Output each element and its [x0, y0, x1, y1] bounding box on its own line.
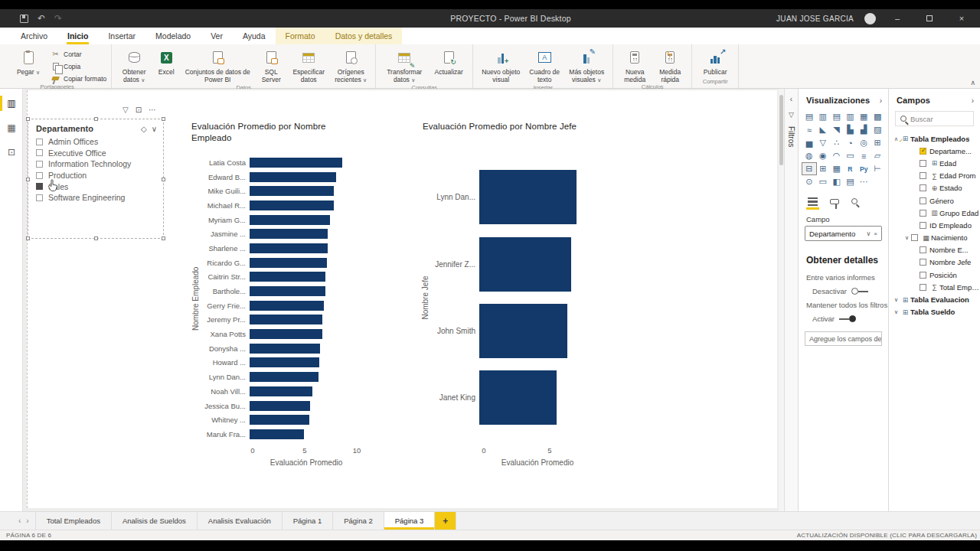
bar[interactable] — [479, 170, 577, 224]
field-item-edad-prom[interactable]: ∑Edad Prom — [892, 170, 980, 182]
qa-visual-icon[interactable]: ▭ — [816, 176, 830, 187]
page-tab-página-3[interactable]: Página 3 — [384, 512, 436, 530]
bar[interactable] — [250, 415, 309, 425]
remove-field-icon[interactable]: × — [874, 230, 877, 237]
page-tab-página-1[interactable]: Página 1 — [283, 512, 334, 530]
minimize-button[interactable]: – — [887, 14, 908, 23]
field-item-total-emple-[interactable]: ∑Total Emple... — [892, 281, 980, 293]
funnel-chart-icon[interactable]: ▽ — [816, 137, 830, 148]
field-checkbox[interactable] — [920, 148, 926, 155]
copiar-formato-button[interactable]: Copiar formato — [51, 73, 106, 83]
toggle-off-icon[interactable] — [851, 288, 868, 295]
save-icon[interactable] — [20, 15, 28, 23]
waterfall-chart-icon[interactable]: ▅ — [802, 137, 816, 148]
canvas-scrollbar[interactable] — [779, 89, 784, 511]
checkbox[interactable] — [36, 161, 43, 168]
bar[interactable] — [250, 344, 320, 354]
slicer-icon[interactable]: ⊟ — [802, 163, 816, 174]
ribbon-tab-formato[interactable]: Formato — [276, 28, 325, 44]
area-chart-icon[interactable]: ◣ — [816, 124, 830, 135]
python-visual-icon[interactable]: Py — [857, 163, 871, 174]
bar[interactable] — [479, 370, 557, 425]
bar[interactable] — [250, 243, 328, 253]
publicar-button[interactable]: ↗Publicar — [697, 47, 733, 76]
bar[interactable] — [250, 286, 325, 296]
field-checkbox[interactable] — [911, 234, 918, 241]
ribbon-tab-modelado[interactable]: Modelado — [145, 28, 201, 44]
conjuntos-de-datos-de-power-bi-button[interactable]: Conjuntos de datos de Power BI — [181, 47, 254, 83]
resize-handle[interactable] — [162, 178, 165, 181]
field-item-posici-n[interactable]: Posición — [892, 269, 980, 281]
field-checkbox[interactable] — [920, 259, 926, 266]
100-stacked-column-chart-icon[interactable]: ▩ — [871, 111, 884, 122]
bar[interactable] — [250, 301, 324, 311]
100-stacked-bar-chart-icon[interactable]: ▦ — [857, 111, 871, 122]
excel-button[interactable]: XExcel — [153, 47, 179, 76]
bar[interactable] — [250, 201, 334, 210]
data-view-button[interactable]: ▦ — [0, 118, 23, 138]
transformar-datos-button[interactable]: Transformar datos ∨ — [381, 47, 428, 84]
bar[interactable] — [250, 215, 330, 225]
undo-icon[interactable]: ↶ — [38, 13, 45, 24]
bar[interactable] — [250, 386, 312, 396]
close-button[interactable]: × — [951, 14, 972, 23]
clustered-bar-chart-icon[interactable]: ▤ — [830, 111, 844, 122]
chevron-icon[interactable]: ∨ — [892, 296, 900, 303]
bar[interactable] — [250, 372, 318, 382]
field-table-tabla-evaluacion[interactable]: ∨⊞Tabla Evaluacion — [892, 293, 980, 305]
ribbon-chart-icon[interactable]: ▨ — [871, 124, 884, 135]
field-checkbox[interactable] — [920, 284, 926, 291]
bar[interactable] — [250, 229, 328, 239]
page-tab-total-empleados[interactable]: Total Empleados — [35, 512, 112, 530]
checkbox[interactable] — [36, 172, 43, 179]
kpi-icon[interactable]: ▱ — [871, 150, 884, 161]
card-icon[interactable]: ▭ — [844, 150, 858, 161]
field-item-g-nero[interactable]: Género — [892, 194, 980, 207]
avatar[interactable] — [864, 13, 876, 24]
especificar-datos-button[interactable]: Especificar datos — [288, 47, 329, 83]
chevron-icon[interactable]: ∨ — [903, 234, 911, 241]
sql-server-button[interactable]: SQL Server — [256, 47, 286, 83]
orígenes-recientes-button[interactable]: Orígenes recientes ∨ — [331, 47, 371, 84]
ribbon-tab-datos-y-detalles[interactable]: Datos y detalles — [325, 28, 403, 44]
checkbox[interactable] — [36, 194, 43, 201]
chevron-icon[interactable]: ∨ — [892, 308, 900, 315]
key-influencers-icon[interactable]: ⊙ — [802, 176, 816, 187]
field-item-id-empleado[interactable]: ID Empleado — [892, 219, 980, 231]
new-page-button[interactable]: + — [435, 512, 456, 530]
resize-handle[interactable] — [26, 178, 30, 181]
medida-rápida-button[interactable]: ϟMedida rápida — [653, 47, 687, 83]
field-checkbox[interactable] — [920, 160, 926, 167]
treemap-icon[interactable]: ⊞ — [871, 137, 884, 148]
slicer-item-information-technology[interactable]: Information Technology — [36, 158, 163, 170]
bar[interactable] — [250, 357, 319, 367]
resize-handle[interactable] — [162, 117, 165, 121]
signed-in-user[interactable]: JUAN JOSE GARCIA — [776, 15, 854, 23]
bar[interactable] — [250, 329, 322, 339]
ribbon-tab-ayuda[interactable]: Ayuda — [233, 28, 276, 44]
map-icon[interactable]: ◍ — [802, 150, 816, 161]
ribbon-tab-inicio[interactable]: Inicio — [57, 28, 98, 44]
paginated-report-icon[interactable]: ▤ — [844, 176, 858, 187]
page-tab-analisis-evaluación[interactable]: Analisis Evaluación — [198, 512, 283, 530]
filters-pane-collapsed[interactable]: ‹ ▽ Filtros — [784, 89, 798, 511]
bar-chart-evaluacion-por-nombre-empleado[interactable]: Evaluación Promedio por Nombre Empleado … — [188, 115, 384, 497]
obtener-datos-button[interactable]: Obtener datos ∨ — [116, 47, 152, 84]
bar[interactable] — [479, 237, 571, 292]
bar[interactable] — [250, 186, 334, 196]
cuadro-de-texto-button[interactable]: ACuadro de texto — [525, 47, 564, 83]
eraser-icon[interactable]: ◇ — [141, 125, 147, 133]
slicer-item-admin-offices[interactable]: Admin Offices — [36, 136, 163, 148]
slicer-item-executive-office[interactable]: Executive Office — [36, 148, 163, 159]
r-script-visual-icon[interactable]: R — [844, 163, 858, 174]
collapse-pane-icon[interactable]: › — [880, 96, 882, 105]
power-platform-icon[interactable]: ⊢ — [871, 163, 884, 174]
expand-filters-icon[interactable]: ‹ — [790, 95, 792, 103]
field-checkbox[interactable] — [920, 210, 926, 217]
matrix-icon[interactable]: ▦ — [830, 163, 844, 174]
actualizar-button[interactable]: Actualizar — [430, 47, 468, 76]
field-checkbox[interactable] — [920, 246, 926, 253]
nuevo-objeto-visual-button[interactable]: +Nuevo objeto visual — [478, 47, 524, 83]
pie-chart-icon[interactable]: ◔ — [844, 137, 858, 148]
bar[interactable] — [250, 172, 336, 182]
